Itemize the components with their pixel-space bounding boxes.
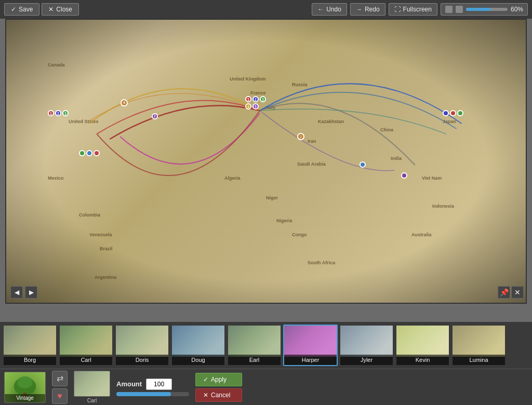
location-eastasia[interactable] [443, 110, 463, 116]
amount-row: Amount [116, 379, 189, 390]
thumb-earl-label: Earl [228, 355, 281, 365]
undo-button[interactable]: ← Undo [312, 3, 347, 16]
thumb-carl[interactable]: Carl [59, 325, 113, 366]
map-label-mexico: Mexico [48, 176, 64, 181]
save-label: Save [19, 6, 33, 13]
map-label-japan: Japan [443, 119, 456, 124]
map-label-kazakhstan: Kazakhstan [318, 119, 344, 124]
location-central-usa[interactable]: 4 [121, 99, 128, 106]
map-close-button[interactable]: ✕ [511, 286, 524, 299]
current-style-thumb[interactable]: Vintage [4, 372, 46, 403]
zoom-slider-fill [466, 8, 491, 11]
heart-icon: ♥ [57, 392, 62, 401]
amount-label: Amount [116, 380, 142, 388]
current-style-label: Vintage [5, 394, 45, 402]
thumb-jyler[interactable]: Jyler [339, 325, 394, 366]
map-label-algeria: Algeria [224, 176, 241, 181]
thumb-borg-label: Borg [4, 355, 56, 365]
carl-preview[interactable]: Carl [74, 371, 110, 403]
thumb-lumina-label: Lumina [453, 355, 505, 365]
close-button[interactable]: ✕ Close [42, 3, 79, 16]
amount-slider-track[interactable] [116, 392, 189, 396]
cancel-button[interactable]: ✕ Cancel [195, 388, 242, 402]
zoom-control: 60% [441, 3, 528, 16]
map-label-vietnam: Viet Nam [422, 176, 442, 181]
bottom-panel: Vintage ⇄ ♥ Carl Amount ✓ Apply ✕ C [0, 369, 532, 405]
thumb-lumina[interactable]: Lumina [451, 325, 506, 366]
map-label-indonesia: Indonesia [432, 204, 454, 209]
location-europe[interactable]: 1 2 3 4 5 [245, 96, 271, 110]
thumb-earl[interactable]: Earl [227, 325, 282, 366]
map-label-us: United States [69, 119, 99, 124]
thumb-kevin[interactable]: Kevin [395, 325, 450, 366]
carl-thumb-label: Carl [74, 398, 110, 403]
redo-button[interactable]: → Redo [350, 3, 385, 16]
fullscreen-icon: ⛶ [394, 6, 401, 13]
zoom-value: 60% [511, 6, 523, 13]
location-mexico[interactable] [79, 150, 100, 156]
thumb-borg[interactable]: Borg [3, 325, 57, 366]
fullscreen-button[interactable]: ⛶ Fullscreen [389, 3, 437, 16]
thumb-harper[interactable]: Harper [283, 325, 338, 366]
redo-label: Redo [365, 6, 380, 13]
location-west-usa[interactable]: 1 2 3 [48, 110, 69, 116]
map-label-india: India [391, 156, 402, 161]
map-label-venezuela: Venezuela [89, 232, 112, 237]
map-label-saudi: Saudi Arabia [297, 161, 326, 167]
location-seasia[interactable] [401, 172, 407, 179]
thumb-harper-label: Harper [284, 355, 337, 365]
map-label-niger: Niger [266, 195, 278, 200]
apply-label: Apply [211, 376, 227, 383]
map-label-canada: Canada [48, 62, 65, 68]
map-label-colombia: Colombia [79, 212, 100, 218]
map-pin-button[interactable]: 📌 [498, 286, 510, 299]
amount-slider-fill [116, 392, 171, 396]
toolbar: ✓ Save ✕ Close ← Undo → Redo ⛶ Fullscree… [0, 0, 532, 19]
shuffle-icon: ⇄ [57, 373, 63, 383]
undo-icon: ← [317, 6, 324, 13]
thumb-doris[interactable]: Doris [115, 325, 169, 366]
thumb-jyler-label: Jyler [340, 355, 393, 365]
map-label-southafrica: South Africa [308, 260, 335, 265]
thumb-doug-label: Doug [172, 355, 224, 365]
amount-input[interactable] [146, 379, 172, 390]
map-label-france: France [250, 90, 266, 96]
map-label-russia: Russia [292, 82, 308, 87]
save-button[interactable]: ✓ Save [4, 3, 39, 16]
connections-overlay [6, 20, 526, 303]
map-nav-left[interactable]: ◀ [10, 286, 23, 299]
map-nav-right[interactable]: ▶ [25, 286, 37, 299]
zoom-in-icon[interactable] [456, 6, 463, 13]
svg-point-1 [18, 376, 33, 388]
cancel-icon: ✕ [203, 392, 208, 399]
thumb-doris-label: Doris [116, 355, 168, 365]
map-label-brazil: Brazil [100, 246, 113, 251]
location-middleeast[interactable]: 2 [297, 133, 304, 140]
map-label-australia: Australia [411, 232, 432, 237]
map-label-congo: Congo [292, 232, 307, 237]
map-container[interactable]: Canada United States Mexico Colombia Ven… [5, 19, 527, 304]
style-action-buttons: ⇄ ♥ [52, 371, 68, 404]
map-label-uk: United Kingdom [230, 76, 266, 82]
toolbar-right: ← Undo → Redo ⛶ Fullscreen 60% [312, 3, 528, 16]
thumb-kevin-label: Kevin [396, 355, 449, 365]
apply-button[interactable]: ✓ Apply [195, 373, 242, 386]
map-label-nigeria: Nigeria [276, 218, 292, 223]
thumbnail-strip: Borg Carl Doris Doug Earl Harper Jyler K… [0, 322, 532, 369]
location-east-usa[interactable]: 2 [152, 113, 158, 119]
map-nav: ◀ ▶ [10, 286, 37, 299]
cancel-label: Cancel [211, 392, 230, 399]
map-label-iran: Iran [308, 139, 316, 144]
thumb-doug[interactable]: Doug [171, 325, 225, 366]
amount-section: Amount [116, 379, 189, 396]
shuffle-button[interactable]: ⇄ [52, 371, 68, 386]
zoom-slider-track[interactable] [466, 8, 508, 11]
zoom-out-icon[interactable] [445, 6, 453, 13]
map-label-argentina: Argentina [95, 275, 116, 280]
thumb-carl-label: Carl [60, 355, 112, 365]
location-india[interactable] [360, 161, 366, 168]
carl-thumb-bg [74, 371, 110, 397]
map-background: Canada United States Mexico Colombia Ven… [6, 20, 526, 303]
favorite-button[interactable]: ♥ [52, 388, 68, 404]
close-icon: ✕ [48, 6, 54, 13]
